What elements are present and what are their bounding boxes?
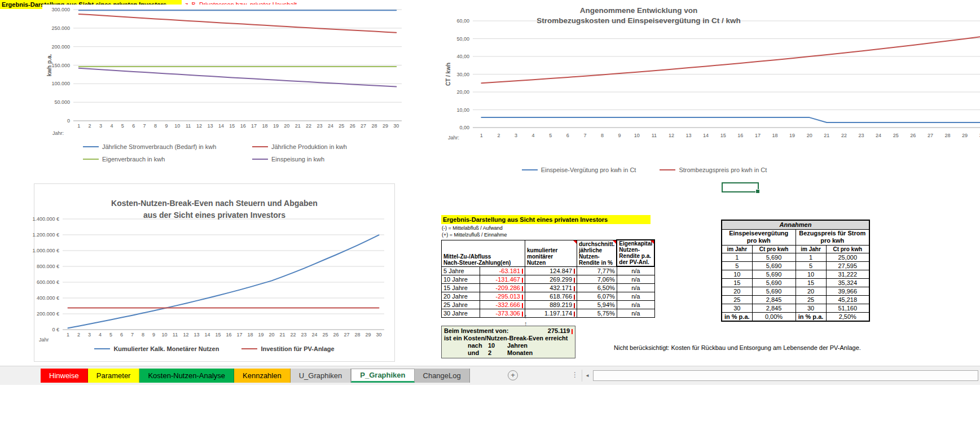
sheet-tab-hinweise[interactable]: Hinweise (41, 369, 88, 383)
cell[interactable]: in % p.a. (796, 312, 826, 321)
cell-nutzen[interactable]: 889.219 (525, 301, 577, 309)
assumptions-row: 252,8452545,218 (722, 295, 869, 304)
cell[interactable]: 5 (722, 261, 752, 270)
cell-rendite[interactable]: 6,50% (577, 284, 617, 292)
cell[interactable]: 39,966 (826, 287, 869, 295)
cell-period[interactable]: 30 Jahre (442, 309, 480, 318)
cell-zahlung[interactable]: -131.467 (480, 275, 525, 284)
cell[interactable]: 20 (796, 287, 826, 295)
cell-eigenkapital[interactable]: n/a (617, 284, 654, 292)
results-header-zahlung[interactable]: Mittel-Zu-/AbflussNach-Steuer-Zahlung(en… (442, 240, 525, 266)
selected-cell[interactable] (722, 182, 759, 192)
cell-period[interactable]: 10 Jahre (442, 275, 480, 284)
cell-rendite[interactable]: 7,77% (577, 266, 617, 275)
sheet-tab-parameter[interactable]: Parameter (88, 369, 140, 383)
svg-text:CT / kwh: CT / kwh (445, 63, 451, 86)
cell-eigenkapital[interactable]: n/a (617, 301, 654, 309)
chart-break-even[interactable]: Kosten-Nutzen-Break-Even nach Steuern un… (34, 183, 395, 362)
svg-text:400.000 €: 400.000 € (37, 295, 59, 301)
cell[interactable]: 10 (796, 270, 826, 278)
cell[interactable]: 5,690 (752, 287, 796, 295)
cell-rendite[interactable]: 6,07% (577, 292, 617, 301)
cell[interactable]: 45,218 (826, 295, 869, 304)
cell-eigenkapital[interactable]: n/a (617, 292, 654, 301)
up-arrow-icon: ↑ (524, 313, 528, 319)
sheet-tab-p_graphiken[interactable]: P_Graphiken (351, 369, 414, 383)
svg-text:5: 5 (549, 133, 552, 138)
cell-period[interactable]: 15 Jahre (442, 284, 480, 292)
sheet-tab-changelog[interactable]: ChangeLog (415, 369, 470, 383)
svg-text:Jahr: Jahr (39, 337, 49, 343)
cell-period[interactable]: 20 Jahre (442, 292, 480, 301)
cell[interactable]: 2,845 (752, 295, 796, 304)
cell[interactable]: 31,222 (826, 270, 869, 278)
cell[interactable]: 25 (722, 295, 752, 304)
cell[interactable]: 5,690 (752, 253, 796, 261)
cell[interactable]: 20 (722, 287, 752, 295)
chart-verbrauch-produktion[interactable]: 050.000100.000150.000200.000250.000300.0… (42, 5, 415, 172)
cell-nutzen[interactable]: 618.766 (525, 292, 577, 301)
cell[interactable]: 5,690 (752, 270, 796, 278)
cell[interactable]: 5,690 (752, 278, 796, 287)
legend-item: Strombezugspreis pro kwh in Ct (660, 167, 767, 173)
cell[interactable]: 35,324 (826, 278, 869, 287)
legend-item: Jährliche Produktion in kwh (252, 143, 402, 150)
cell-period[interactable]: 5 Jahre (442, 266, 480, 275)
cell-period[interactable]: 25 Jahre (442, 301, 480, 309)
sheet-tab-kosten-nutzen-analyse[interactable]: Kosten-Nutzen-Analyse (139, 369, 234, 383)
svg-text:4: 4 (532, 133, 535, 138)
cell[interactable]: 5 (796, 261, 826, 270)
cell-zahlung[interactable]: -209.286 (480, 284, 525, 292)
chart-preise[interactable]: Angenommene Entwicklung von Strombezugsk… (441, 2, 980, 181)
results-header-rendite[interactable]: durchschnitt.jährlicheNutzen-Rendite in … (577, 240, 617, 266)
sheet-tab-bar: HinweiseParameterKosten-Nutzen-AnalyseKe… (0, 366, 980, 385)
cell[interactable]: 1 (722, 253, 752, 261)
cell[interactable]: 25 (796, 295, 826, 304)
cell-nutzen[interactable]: 1.197.174 (525, 309, 577, 318)
svg-text:2: 2 (77, 332, 80, 338)
cell[interactable]: 25,000 (826, 253, 869, 261)
cell[interactable]: 2,845 (752, 304, 796, 312)
cell[interactable]: in % p.a. (722, 312, 752, 321)
cell-zahlung[interactable]: -63.181 (480, 266, 525, 275)
cell-rendite[interactable]: 5,75% (577, 309, 617, 318)
cell[interactable]: 15 (722, 278, 752, 287)
cell[interactable]: 51,160 (826, 304, 869, 312)
cell-eigenkapital[interactable]: n/a (617, 266, 654, 275)
cell-zahlung[interactable]: -295.013 (480, 292, 525, 301)
svg-text:24: 24 (311, 332, 317, 338)
horizontal-scrollbar[interactable]: ◄ (582, 370, 980, 382)
results-header-eigenkapital[interactable]: EigenkapitalNutzen-Rendite p.a.der PV-An… (617, 240, 654, 266)
cell[interactable]: 30 (796, 304, 826, 312)
scroll-left-icon[interactable]: ◄ (582, 370, 592, 382)
cell[interactable]: 1 (796, 253, 826, 261)
svg-text:0: 0 (67, 118, 70, 124)
cell[interactable]: 2,50% (826, 312, 869, 321)
investment-box[interactable]: Beim Investment von: 275.119 ist ein Kos… (441, 326, 575, 358)
cell-nutzen[interactable]: 124.847 (525, 266, 577, 275)
tab-splitter-handle[interactable]: ⋮ (572, 371, 578, 379)
sheet-tab-u_graphiken[interactable]: U_Graphiken (291, 369, 351, 383)
cell[interactable]: 5,690 (752, 261, 796, 270)
svg-text:18: 18 (247, 332, 253, 338)
cell-nutzen[interactable]: 269.299 (525, 275, 577, 284)
cell-zahlung[interactable]: -332.666 (480, 301, 525, 309)
cell-rendite[interactable]: 5,94% (577, 301, 617, 309)
sheet-tab-kennzahlen[interactable]: Kennzahlen (234, 369, 291, 383)
cell-rendite[interactable]: 7,06% (577, 275, 617, 284)
svg-text:21: 21 (824, 133, 829, 138)
cell[interactable]: 15 (796, 278, 826, 287)
cell[interactable]: 0,00% (752, 312, 796, 321)
scrollbar-thumb[interactable] (593, 370, 978, 381)
cell-zahlung[interactable]: -373.306 (480, 309, 525, 318)
cell-eigenkapital[interactable]: n/a (617, 275, 654, 284)
cell-nutzen[interactable]: 432.171 (525, 284, 577, 292)
cell[interactable]: 27,595 (826, 261, 869, 270)
assumptions-group-einspeisung: Einspeisevergütungpro kwh (722, 229, 796, 245)
cell[interactable]: 30 (722, 304, 752, 312)
cell-eigenkapital[interactable]: n/a (617, 309, 654, 318)
new-sheet-button[interactable]: + (508, 370, 518, 380)
assumptions-row: 205,6902039,966 (722, 287, 869, 295)
cell[interactable]: 10 (722, 270, 752, 278)
results-header-nutzen[interactable]: kumuliertermonitärerNutzen (525, 240, 577, 266)
